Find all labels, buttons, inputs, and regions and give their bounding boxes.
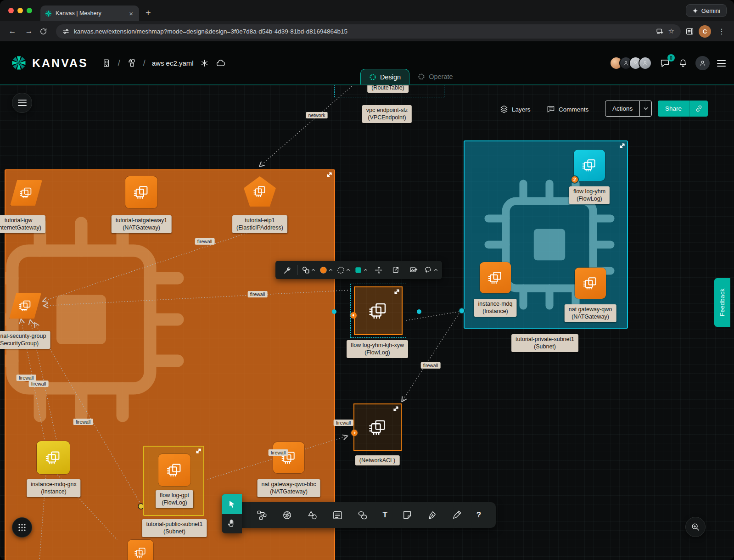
- actions-button[interactable]: Actions: [605, 101, 639, 116]
- select-tool-button[interactable]: [222, 494, 242, 514]
- organization-icon[interactable]: [102, 58, 112, 68]
- expand-icon[interactable]: [327, 172, 332, 177]
- node-label-nat-gateway-1[interactable]: tutorial-natgateway1 (NATGateway): [112, 215, 172, 233]
- app-menu-icon[interactable]: [717, 60, 726, 67]
- rename-tool-button[interactable]: [370, 262, 387, 278]
- group-style-button[interactable]: [353, 262, 369, 278]
- copy-link-button[interactable]: [689, 101, 708, 117]
- add-image-button[interactable]: [405, 262, 421, 278]
- tab-operate[interactable]: Operate: [409, 69, 461, 84]
- help-button[interactable]: ?: [476, 510, 481, 520]
- cloud-sync-icon[interactable]: [215, 58, 226, 68]
- shape-picker-button[interactable]: [300, 262, 317, 278]
- components-tool-button[interactable]: [257, 510, 267, 521]
- forward-icon[interactable]: →: [23, 27, 35, 36]
- cursor-arrow-icon: [227, 499, 236, 509]
- fill-color-button[interactable]: [318, 262, 334, 278]
- node-label-flow-log-selected[interactable]: flow log-yhm-kjh-xyw (FlowLog): [347, 340, 408, 358]
- node-flow-log-gpt[interactable]: [158, 454, 191, 486]
- browser-menu-icon[interactable]: ⋮: [716, 27, 728, 36]
- text-tool-button[interactable]: T: [383, 510, 387, 520]
- node-instance-mdq[interactable]: [480, 262, 511, 293]
- new-tab-button[interactable]: +: [146, 8, 151, 21]
- node-label-flow-log-gpt[interactable]: flow log-gpt (FlowLog): [156, 490, 193, 508]
- notifications-bell-icon[interactable]: [678, 58, 688, 68]
- expand-icon[interactable]: [393, 406, 398, 411]
- node-label-public-subnet[interactable]: tutorial-public-subnet1 (Subnet): [142, 519, 207, 537]
- node-label-internet-gateway[interactable]: tutorial-igw (InternetGateway): [0, 215, 45, 233]
- node-label-instance-mdq-gnx[interactable]: instance-mdq-gnx (Instance): [27, 479, 80, 497]
- notification-count-badge[interactable]: 2: [571, 175, 579, 184]
- minimize-window-button[interactable]: [17, 8, 23, 13]
- open-in-new-button[interactable]: [387, 262, 404, 278]
- pencil-tool-button[interactable]: [452, 510, 462, 520]
- lasso-tool-button[interactable]: [422, 262, 439, 278]
- node-flow-log-selected-body[interactable]: [354, 286, 403, 335]
- shapes-tool-button[interactable]: [307, 510, 318, 521]
- reading-mode-icon[interactable]: [685, 27, 694, 36]
- design-file-name[interactable]: aws ec2.yaml: [152, 59, 194, 67]
- close-window-button[interactable]: [8, 8, 14, 13]
- collaborator-avatar[interactable]: [639, 56, 652, 70]
- node-label-nat-gateway-qwo-bbc[interactable]: nat gateway-qwo-bbc (NATGateway): [258, 479, 320, 497]
- node-label-instance-mdq[interactable]: instance-mdq (Instance): [474, 299, 516, 317]
- actions-dropdown-button[interactable]: [639, 101, 651, 116]
- node-network-acl[interactable]: [353, 403, 402, 451]
- node-label-network-acl[interactable]: (NetworkACL): [355, 455, 400, 465]
- zoom-button[interactable]: [685, 517, 706, 537]
- bookmark-star-icon[interactable]: ☆: [668, 27, 674, 35]
- back-icon[interactable]: ←: [6, 27, 18, 36]
- node-flow-log-yhm[interactable]: [574, 150, 605, 181]
- expand-icon[interactable]: [620, 143, 625, 148]
- expand-icon[interactable]: [394, 289, 399, 294]
- site-settings-icon[interactable]: [62, 28, 69, 35]
- expand-icon[interactable]: [196, 448, 201, 454]
- reload-icon[interactable]: [39, 28, 51, 35]
- workspace-icon[interactable]: [127, 58, 137, 68]
- node-label-elastic-ip[interactable]: tutorial-eip1 (ElasticIPAddress): [232, 215, 287, 233]
- kanvas-brand[interactable]: KANVAS: [11, 55, 88, 71]
- node-label-route-table[interactable]: (RouteTable): [367, 85, 409, 93]
- node-label-security-group[interactable]: tutorial-security-group (SecurityGroup): [0, 331, 50, 349]
- browser-tab[interactable]: Kanvas | Meshery ×: [40, 6, 139, 21]
- node-flow-log-selected[interactable]: [350, 284, 406, 338]
- layers-button[interactable]: Layers: [499, 102, 531, 116]
- node-nat-gateway-qwo[interactable]: [575, 268, 606, 299]
- node-instance-mdq-gnx[interactable]: [37, 441, 70, 474]
- feedback-tab[interactable]: Feedback: [714, 278, 730, 327]
- node-nat-gateway-qwo-bbc[interactable]: [273, 442, 304, 473]
- address-bar[interactable]: kanvas.new/extension/meshmap?mode=design…: [56, 24, 681, 39]
- chat-button[interactable]: 0: [659, 57, 671, 69]
- node-label-nat-gateway-qwo[interactable]: nat gateway-qwo (NATGateway): [565, 304, 616, 322]
- design-canvas[interactable]: (RouteTable) vpc endpoint-slz (VPCEndpoi…: [0, 85, 734, 560]
- node-nat-gateway-1[interactable]: [125, 176, 157, 208]
- zoom-window-button[interactable]: [27, 8, 32, 13]
- stroke-style-button[interactable]: [335, 262, 352, 278]
- notes-tool-button[interactable]: [332, 510, 343, 521]
- canvas-menu-button[interactable]: [12, 93, 32, 113]
- breadcrumb: / / aws ec2.yaml: [102, 58, 226, 68]
- user-avatar[interactable]: [695, 56, 710, 70]
- node-partial-bottom[interactable]: [128, 540, 153, 560]
- pan-tool-button[interactable]: [222, 514, 242, 532]
- tab-close-icon[interactable]: ×: [128, 10, 134, 17]
- node-label-flow-log-yhm[interactable]: flow log-yhm (FlowLog): [569, 186, 610, 204]
- doodle-tool-button[interactable]: [358, 510, 368, 521]
- pen-tool-button[interactable]: [427, 510, 437, 520]
- node-label-vpc-endpoint[interactable]: vpc endpoint-slz (VPCEndpoint): [362, 105, 412, 123]
- kubernetes-tool-button[interactable]: [282, 510, 292, 521]
- send-to-devices-icon[interactable]: [656, 28, 664, 35]
- gemini-badge[interactable]: Gemini: [686, 4, 727, 17]
- browser-profile-avatar[interactable]: C: [699, 25, 711, 38]
- configure-tool-button[interactable]: [279, 262, 295, 278]
- node-label-private-subnet[interactable]: tutorial-private-subnet1 (Subnet): [511, 334, 578, 352]
- tab-design[interactable]: Design: [360, 69, 409, 84]
- comments-button[interactable]: Comments: [546, 102, 588, 116]
- node-flow-log-gpt-group[interactable]: flow log-gpt (FlowLog): [143, 446, 204, 516]
- snapshot-icon[interactable]: [200, 59, 209, 67]
- collaborator-avatars[interactable]: [610, 56, 652, 70]
- sticky-note-tool-button[interactable]: [402, 510, 412, 520]
- resize-handle[interactable]: [417, 309, 421, 314]
- share-button[interactable]: Share: [658, 101, 689, 117]
- apps-grid-button[interactable]: [12, 517, 32, 538]
